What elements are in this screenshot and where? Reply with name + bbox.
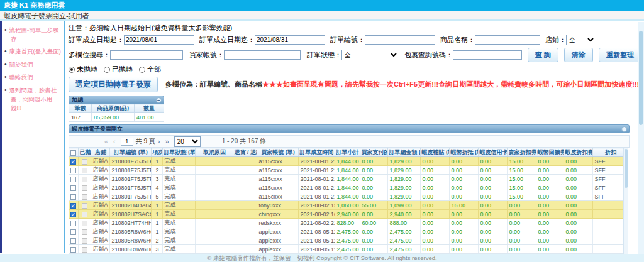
date-to-label: 訂單成立日期迄：	[199, 35, 255, 45]
sidebar-link[interactable]: 關於我們	[4, 60, 62, 70]
row-select-checkbox[interactable]	[70, 185, 76, 191]
grid-cell: 0.00	[508, 201, 536, 210]
grid-cell: 210802HT74HHQ9	[110, 219, 152, 227]
collapse-panel-icon[interactable]: −	[621, 126, 627, 132]
already-thrown-checkbox	[82, 168, 87, 173]
column-header[interactable]: 取消原因	[196, 148, 233, 157]
buyer-input[interactable]	[224, 50, 301, 60]
select-all-checkbox[interactable]	[69, 148, 79, 157]
grid-row[interactable]: 店鋪A210801F75J5TPB4完成a115cxxx2021-08-01 2…	[69, 183, 623, 192]
grid-cell: 2021-08-01 21:18	[299, 192, 335, 201]
collapse-panel-icon[interactable]: −	[156, 97, 162, 103]
column-header[interactable]: 買家支付的運費 (單)	[360, 148, 388, 157]
summary-panel-title: 加總	[72, 97, 83, 103]
grid-scrollbar-thumb[interactable]	[625, 149, 628, 188]
column-header[interactable]: 已抛	[79, 148, 91, 157]
row-select-checkbox[interactable]	[70, 203, 76, 209]
grid-scrollbar[interactable]	[623, 148, 628, 262]
row-select-checkbox[interactable]	[70, 177, 76, 182]
grid-row[interactable]: 店鋪A210802H7SACXK51完成chingxxx2021-08-02 1…	[69, 210, 623, 219]
transfer-invoice-button[interactable]: 選定項目抛轉電子發票	[69, 77, 158, 92]
next-page-icon[interactable]: ›	[158, 138, 160, 145]
last-page-icon[interactable]: »	[165, 138, 169, 145]
package-input[interactable]	[453, 50, 522, 60]
grid-row[interactable]: 店鋪A210802H4DA049A1完成tony0xxx2021-08-02 1…	[69, 201, 623, 210]
grid-row[interactable]: 店鋪A210801F75J5TPB1完成a115cxxx2021-08-01 2…	[69, 157, 623, 166]
page-size-select[interactable]: 20	[174, 136, 201, 147]
row-select-checkbox[interactable]	[70, 212, 76, 217]
grid-cell: 0.00	[479, 183, 508, 192]
grid-cell: 0.00	[479, 245, 508, 254]
sidebar-link[interactable]: 遇到問題，臉書社團，問問題不用錢!!!	[4, 86, 62, 112]
grid-cell: 0.00	[479, 227, 508, 236]
column-header[interactable]: 蝦皮補貼 (單)	[421, 148, 450, 157]
checkbox-icon	[70, 150, 76, 156]
action-row: 選定項目抛轉電子發票 多欄位為：訂單編號、商品名稱 ★★★如畫面呈現有問題，請先…	[69, 77, 641, 92]
package-label: 包裹查詢號碼：	[404, 50, 453, 60]
column-header[interactable]: 蝦幣折抵 (單)	[450, 148, 479, 157]
grid-row[interactable]: 店鋪A210805R8W6H68D2完成applexxx2021-08-05 1…	[69, 236, 623, 245]
date-from-input[interactable]	[124, 35, 194, 45]
grid-row[interactable]: 店鋪A210802HT74HHQ91完成redskxxx2021-08-02 2…	[69, 219, 623, 227]
column-header[interactable]: 訂單小計 (單)	[335, 148, 360, 157]
already-thrown-checkbox	[82, 159, 87, 165]
grid-row[interactable]: 店鋪A210805R8W6H68D1完成applexxx2021-08-05 1…	[69, 227, 623, 236]
radio-all[interactable]: 全部	[139, 65, 161, 74]
search-button[interactable]: 查 詢	[528, 48, 558, 62]
prev-page-icon[interactable]: ‹	[113, 138, 116, 145]
order-no-input[interactable]	[365, 35, 435, 45]
page-number-input[interactable]	[121, 138, 133, 146]
grid-cell: 0.00	[450, 219, 479, 227]
column-header[interactable]: 折扣	[593, 148, 623, 157]
grid-cell: 0.00	[508, 227, 536, 236]
shop-select[interactable]: 全	[566, 35, 596, 45]
column-header[interactable]: 賣家折扣券折抵	[508, 148, 536, 157]
grid-cell: 0.00	[450, 183, 479, 192]
sidebar-link[interactable]: 聯絡我們	[4, 73, 62, 82]
radio-not-thrown[interactable]: 未抛轉	[69, 65, 97, 74]
column-header[interactable]: 店鋪	[91, 148, 110, 157]
status-select[interactable]: 全	[341, 50, 399, 60]
row-select-checkbox[interactable]	[70, 159, 76, 165]
sidebar-link[interactable]: 康捷首頁(登入畫面)	[4, 47, 62, 57]
page-scrollbar-thumb[interactable]	[639, 31, 643, 125]
grid-row[interactable]: 店鋪A210801F75J5TPB5完成a115cxxx2021-08-01 2…	[69, 192, 623, 201]
row-select-checkbox[interactable]	[70, 168, 76, 173]
column-header[interactable]: 退貨 / 退款	[233, 148, 257, 157]
grid-cell: 5	[152, 192, 163, 201]
column-header[interactable]: 蝦皮折扣券折抵	[564, 148, 593, 157]
refresh-button[interactable]: 重新整理	[599, 48, 641, 62]
row-select-checkbox[interactable]	[70, 238, 76, 244]
grid-row[interactable]: 店鋪A210805R8W6H68D3完成applexxx2021-08-05 1…	[69, 245, 623, 254]
column-header[interactable]: 訂單編號 (單)	[110, 148, 152, 157]
grid-row[interactable]: 店鋪A210801F75J5TPB2完成a115cxxx2021-08-01 2…	[69, 166, 623, 175]
column-header[interactable]: 訂單狀態 (單)	[163, 148, 196, 157]
product-input[interactable]	[475, 35, 540, 45]
column-header[interactable]: 蝦皮信用卡活動	[479, 148, 508, 157]
radio-thrown[interactable]: 已抛轉	[104, 65, 133, 74]
column-header[interactable]: 買家帳號 (單)	[257, 148, 299, 157]
grid-cell: 55.00	[360, 201, 388, 210]
grid-cell: 0.00	[421, 236, 450, 245]
multi-search-input[interactable]	[110, 50, 183, 60]
grid-cell: a115cxxx	[257, 166, 299, 175]
column-header[interactable]: 訂單成立時間 (單)	[299, 148, 335, 157]
column-header[interactable]: 訂單總金額 (單)	[388, 148, 421, 157]
clear-button[interactable]: 清除	[564, 48, 593, 62]
sidebar-link[interactable]: 流程圖-簡單三步驟存	[4, 26, 62, 43]
grid-cell	[593, 219, 623, 227]
grid-cell: 210801F75J5TPB	[110, 183, 152, 192]
grid-cell: 2021-08-05 11:43	[299, 236, 335, 245]
column-header[interactable]: 蝦幣回饋券	[536, 148, 564, 157]
row-select-checkbox[interactable]	[70, 247, 76, 253]
column-header[interactable]: 項次	[152, 148, 163, 157]
page-scrollbar[interactable]	[638, 22, 644, 254]
row-select-checkbox[interactable]	[70, 194, 76, 200]
row-select-checkbox[interactable]	[70, 229, 76, 235]
grid-cell: 1,844.00	[335, 157, 360, 166]
date-to-input[interactable]	[255, 35, 325, 45]
first-page-icon[interactable]: «	[104, 138, 108, 145]
row-select-checkbox[interactable]	[70, 221, 76, 226]
grid-row[interactable]: 店鋪A210801F75J5TPB3完成a115cxxx2021-08-01 2…	[69, 175, 623, 183]
summary-amount: 85,359.00	[91, 113, 134, 122]
